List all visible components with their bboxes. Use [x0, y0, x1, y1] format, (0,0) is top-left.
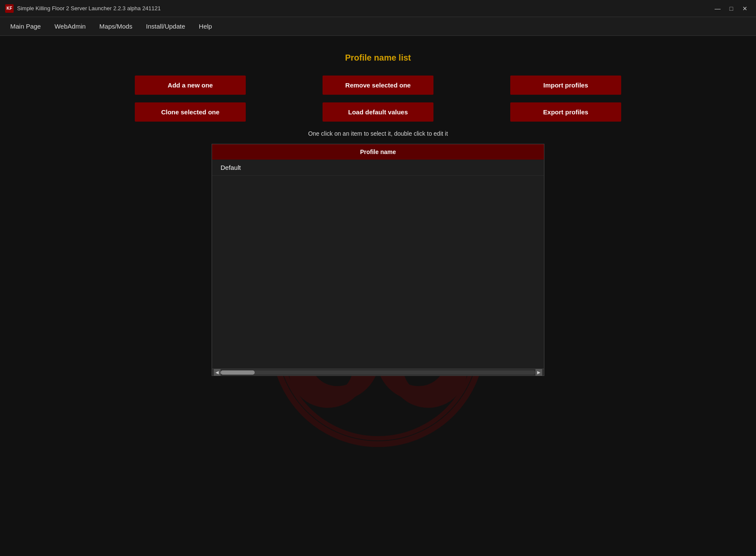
scroll-right-arrow[interactable]: ▶	[535, 369, 542, 376]
load-default-button[interactable]: Load default values	[323, 102, 433, 122]
app-icon: KF	[5, 4, 14, 13]
menu-item-maps-mods[interactable]: Maps/Mods	[93, 20, 139, 32]
menu-item-help[interactable]: Help	[193, 20, 218, 32]
instruction-text: One click on an item to select it, doubl…	[308, 130, 448, 137]
add-new-button[interactable]: Add a new one	[135, 76, 246, 95]
title-bar-text: Simple Killing Floor 2 Server Launcher 2…	[17, 5, 161, 12]
clone-selected-button[interactable]: Clone selected one	[135, 102, 246, 122]
profile-table-header: Profile name	[212, 144, 544, 160]
scrollbar-track[interactable]	[221, 370, 535, 375]
profile-table-body: Default	[212, 160, 544, 369]
remove-selected-button[interactable]: Remove selected one	[323, 76, 433, 95]
table-scrollbar[interactable]: ◀ ▶	[212, 369, 544, 376]
minimize-button[interactable]: —	[712, 4, 724, 13]
menu-item-main-page[interactable]: Main Page	[4, 20, 47, 32]
scrollbar-thumb[interactable]	[221, 370, 255, 375]
profile-title: Profile name list	[345, 53, 411, 63]
profile-table: Profile name Default ◀ ▶	[212, 144, 544, 376]
menu-item-install-update[interactable]: Install/Update	[140, 20, 191, 32]
title-bar-controls: — □ ✕	[712, 4, 751, 13]
main-content: Profile name list Add a new one Remove s…	[0, 36, 756, 556]
menu-item-webadmin[interactable]: WebAdmin	[49, 20, 92, 32]
export-profiles-button[interactable]: Export profiles	[510, 102, 621, 122]
menu-bar: Main Page WebAdmin Maps/Mods Install/Upd…	[0, 17, 756, 36]
title-bar-left: KF Simple Killing Floor 2 Server Launche…	[5, 4, 161, 13]
scroll-left-arrow[interactable]: ◀	[214, 369, 221, 376]
close-button[interactable]: ✕	[739, 4, 751, 13]
title-bar: KF Simple Killing Floor 2 Server Launche…	[0, 0, 756, 17]
buttons-grid: Add a new one Remove selected one Import…	[135, 76, 621, 122]
import-profiles-button[interactable]: Import profiles	[510, 76, 621, 95]
maximize-button[interactable]: □	[725, 4, 737, 13]
profile-row[interactable]: Default	[212, 160, 544, 176]
